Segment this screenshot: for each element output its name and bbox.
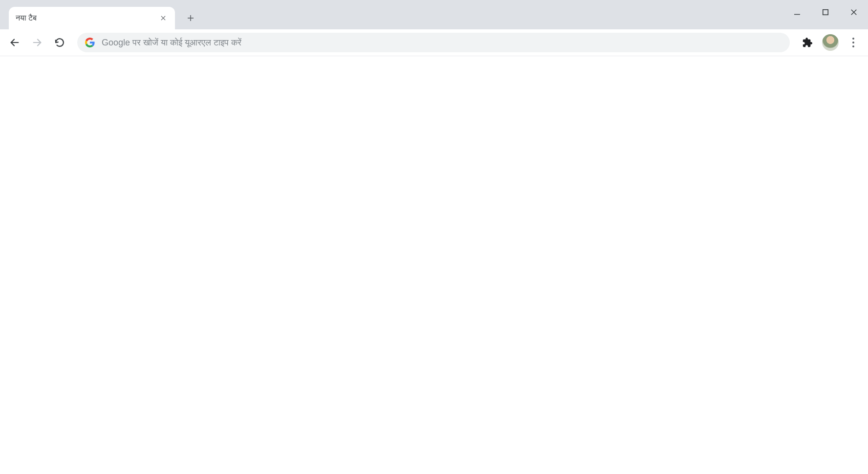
maximize-icon <box>821 8 830 17</box>
more-vertical-icon <box>852 38 854 47</box>
google-icon <box>85 38 95 47</box>
close-window-button[interactable] <box>840 0 868 24</box>
reload-button[interactable] <box>50 33 69 52</box>
extensions-icon <box>802 37 813 48</box>
tab-title: नया टैब <box>16 14 158 22</box>
extensions-button[interactable] <box>798 33 817 52</box>
close-icon <box>849 8 858 17</box>
browser-tab[interactable]: नया टैब <box>9 7 175 29</box>
address-input[interactable] <box>102 38 782 48</box>
reload-icon <box>54 37 65 48</box>
maximize-button[interactable] <box>811 0 840 24</box>
svg-rect-5 <box>823 10 828 15</box>
back-button[interactable] <box>5 33 24 52</box>
minimize-icon <box>793 8 802 17</box>
arrow-left-icon <box>9 37 20 48</box>
plus-icon <box>186 14 195 22</box>
tab-strip: नया टैब <box>0 0 868 29</box>
profile-avatar[interactable] <box>822 34 839 51</box>
close-icon <box>160 15 167 22</box>
minimize-button[interactable] <box>783 0 811 24</box>
window-controls <box>783 0 868 24</box>
arrow-right-icon <box>32 37 43 48</box>
forward-button[interactable] <box>27 33 47 52</box>
close-tab-button[interactable] <box>158 13 168 23</box>
menu-button[interactable] <box>844 33 863 52</box>
address-bar[interactable] <box>77 33 790 52</box>
new-tab-button[interactable] <box>182 9 199 27</box>
toolbar <box>0 29 868 56</box>
